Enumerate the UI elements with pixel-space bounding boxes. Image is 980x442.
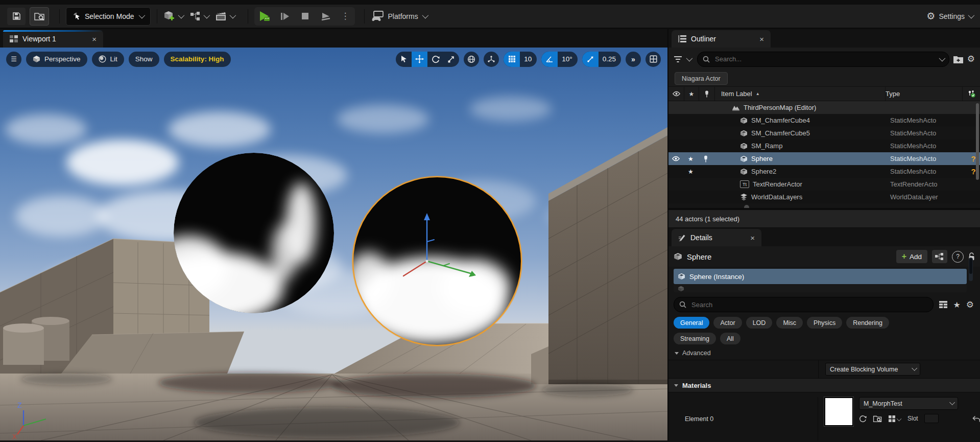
category-physics[interactable]: Physics xyxy=(807,317,842,329)
star-icon[interactable]: ★ xyxy=(688,155,694,162)
category-actor[interactable]: Actor xyxy=(713,317,742,329)
outliner-row[interactable]: ★ Sphere2 StaticMeshActo ? xyxy=(668,165,980,178)
cinematics-dropdown[interactable] xyxy=(216,11,234,21)
grid-snap-control[interactable]: 10 xyxy=(504,52,537,67)
star-icon[interactable]: ★ xyxy=(688,168,694,175)
show-dropdown[interactable]: Show xyxy=(129,52,159,67)
pin-column-header[interactable] xyxy=(699,87,715,101)
eye-icon[interactable] xyxy=(672,156,680,161)
component-scrollbar[interactable] xyxy=(969,258,973,281)
outliner-scrollbar[interactable] xyxy=(976,103,979,180)
viewport-scene[interactable]: Z X xyxy=(0,48,667,440)
asset-picker-button[interactable] xyxy=(889,415,901,422)
browse-to-asset-icon[interactable] xyxy=(873,415,882,423)
chevron-down-icon[interactable] xyxy=(686,55,693,62)
sync-column-header[interactable] xyxy=(963,87,980,101)
frame-skip-button[interactable] xyxy=(275,7,295,26)
material-asset-dropdown[interactable]: M_MorphTest xyxy=(859,397,958,410)
camera-speed-more-button[interactable]: » xyxy=(626,52,641,67)
display-filter-button[interactable] xyxy=(939,301,947,308)
close-icon[interactable]: × xyxy=(759,35,764,43)
outliner-row[interactable]: SM_ChamferCube5 StaticMeshActo xyxy=(668,127,980,139)
reset-to-default-icon[interactable] xyxy=(972,415,980,423)
outliner-settings-gear-icon[interactable]: ⚙ xyxy=(967,55,975,63)
filter-icon[interactable] xyxy=(674,56,682,63)
materials-section-header[interactable]: Materials xyxy=(668,379,980,392)
chevron-down-icon[interactable] xyxy=(939,55,945,62)
category-streaming[interactable]: Streaming xyxy=(674,333,716,344)
component-row-sphere-instance[interactable]: Sphere (Instance) xyxy=(674,269,967,284)
save-button[interactable] xyxy=(7,8,26,25)
edit-blueprint-button[interactable] xyxy=(932,250,947,263)
perspective-dropdown[interactable]: Perspective xyxy=(26,52,87,67)
create-blocking-volume-dropdown[interactable]: Create Blocking Volume xyxy=(825,363,920,376)
outliner-row[interactable]: WorldDataLayers WorldDataLayer xyxy=(668,191,980,203)
advanced-section-header[interactable]: Advanced xyxy=(668,344,980,360)
add-component-button[interactable]: + Add xyxy=(896,250,927,263)
add-actor-dropdown[interactable] xyxy=(163,11,183,22)
move-tool-button[interactable] xyxy=(412,52,427,67)
type-column-header[interactable]: Type xyxy=(886,87,963,101)
help-button[interactable]: ? xyxy=(952,251,964,263)
close-icon[interactable]: × xyxy=(92,35,97,43)
pin-icon xyxy=(704,90,709,98)
category-misc[interactable]: Misc xyxy=(776,317,803,329)
favorite-column-header[interactable]: ★ xyxy=(684,87,699,101)
axis-x-label: X xyxy=(12,433,17,440)
outliner-search[interactable] xyxy=(697,52,949,67)
details-search[interactable] xyxy=(674,297,934,312)
niagara-actor-chip[interactable]: Niagara Actor xyxy=(675,72,728,85)
item-label-column-header[interactable]: Item Label ▲ xyxy=(715,87,886,101)
new-folder-icon[interactable] xyxy=(953,55,963,63)
favorites-button[interactable]: ★ xyxy=(953,300,960,310)
viewport-3d[interactable]: Z X ☰ Perspective xyxy=(0,48,667,440)
play-button[interactable] xyxy=(254,7,275,26)
outliner-row[interactable]: SM_ChamferCube4 StaticMeshActo xyxy=(668,114,980,127)
tab-viewport-1[interactable]: Viewport 1 × xyxy=(3,30,103,48)
content-browser-button[interactable] xyxy=(30,7,49,26)
tab-details[interactable]: Details × xyxy=(672,229,761,246)
maximize-viewport-button[interactable] xyxy=(646,52,661,67)
rotation-snap-control[interactable]: 10° xyxy=(541,52,577,67)
close-icon[interactable]: × xyxy=(750,234,755,242)
settings-dropdown[interactable]: ⚙ Settings xyxy=(926,11,973,21)
tab-outliner[interactable]: Outliner × xyxy=(672,30,771,48)
category-general[interactable]: General xyxy=(674,317,709,329)
scalability-label: Scalability: High xyxy=(171,55,224,63)
eject-button[interactable] xyxy=(316,7,336,26)
scalability-button[interactable]: Scalability: High xyxy=(164,52,231,67)
category-lod[interactable]: LOD xyxy=(746,317,773,329)
outliner-row[interactable]: Tt TextRenderActor TextRenderActo xyxy=(668,178,980,191)
coordinate-space-button[interactable] xyxy=(464,52,479,67)
outliner-row-level[interactable]: ThirdPersonMap (Editor) xyxy=(668,101,980,114)
scale-snap-control[interactable]: 0.25 xyxy=(582,52,621,67)
outliner-row-selected[interactable]: ★ Sphere StaticMeshActo ? xyxy=(668,152,980,165)
visibility-column-header[interactable] xyxy=(668,87,684,101)
select-tool-button[interactable] xyxy=(396,52,412,67)
category-rendering[interactable]: Rendering xyxy=(846,317,889,329)
element-0-label: Element 0 xyxy=(668,397,818,440)
selection-mode-dropdown[interactable]: Selection Mode xyxy=(66,7,151,26)
pin-icon[interactable] xyxy=(703,155,708,162)
window-titlebar xyxy=(0,0,980,5)
scale-tool-button[interactable] xyxy=(443,52,459,67)
outliner-search-input[interactable] xyxy=(714,55,935,63)
use-selected-asset-icon[interactable] xyxy=(859,415,867,423)
blueprints-dropdown[interactable] xyxy=(190,11,208,21)
rotate-tool-button[interactable] xyxy=(427,52,443,67)
material-thumbnail[interactable] xyxy=(824,397,853,426)
platforms-dropdown[interactable]: Platforms xyxy=(371,11,427,22)
surface-snapping-button[interactable] xyxy=(484,52,499,67)
outliner-row[interactable]: SM_Ramp StaticMeshActo xyxy=(668,139,980,152)
stop-button[interactable] xyxy=(295,7,316,26)
play-options-kebab[interactable]: ⋮ xyxy=(336,11,355,21)
viewport-options-button[interactable]: ☰ xyxy=(6,52,21,67)
lit-mode-dropdown[interactable]: Lit xyxy=(92,52,124,67)
details-settings-gear-icon[interactable]: ⚙ xyxy=(966,300,974,309)
star-icon: ★ xyxy=(689,90,695,98)
details-search-input[interactable] xyxy=(690,300,928,309)
save-icon xyxy=(12,12,21,20)
component-icon xyxy=(678,286,684,292)
category-all[interactable]: All xyxy=(720,333,740,344)
slot-name-field[interactable] xyxy=(924,414,939,423)
